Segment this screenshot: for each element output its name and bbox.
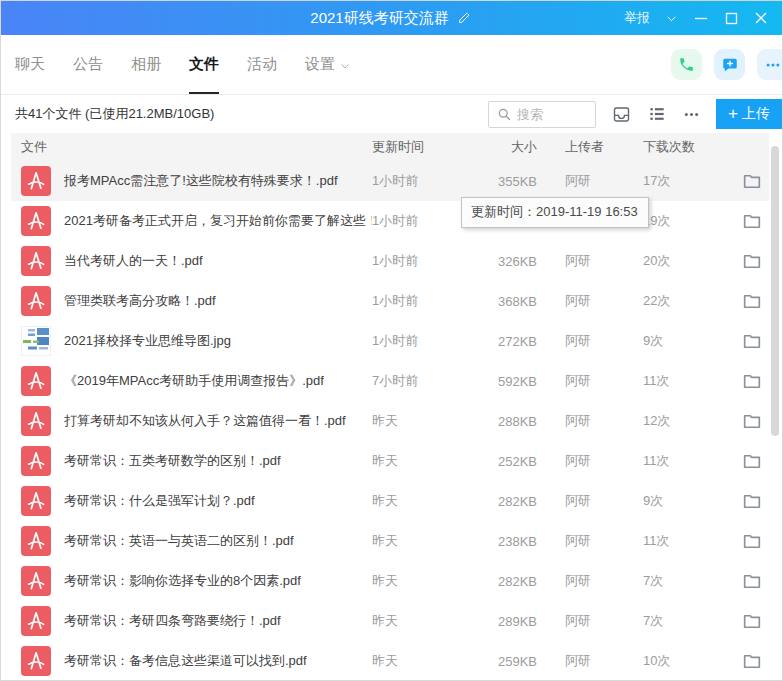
file-download-count: 11次 bbox=[643, 532, 735, 550]
tab-chat[interactable]: 聊天 bbox=[15, 35, 45, 94]
edit-group-name-icon[interactable] bbox=[455, 6, 473, 30]
file-name: 考研常识：考研四条弯路要绕行！.pdf bbox=[64, 612, 281, 630]
folder-icon[interactable] bbox=[735, 530, 769, 552]
maximize-button[interactable] bbox=[718, 6, 744, 30]
file-updated-time: 昨天 bbox=[372, 492, 487, 510]
table-row[interactable]: 考研常识：备考信息这些渠道可以找到.pdf 昨天 259KB 阿研 10次 bbox=[11, 641, 769, 681]
folder-icon[interactable] bbox=[735, 490, 769, 512]
group-file-manager-window: 2021研线考研交流群 举报 聊天 公告 相册 文件 活动 bbox=[0, 0, 783, 681]
file-name: 考研常识：什么是强军计划？.pdf bbox=[64, 492, 255, 510]
file-download-count: 11次 bbox=[643, 372, 735, 390]
table-row[interactable]: 2021择校择专业思维导图.jpg 1小时前 272KB 阿研 9次 bbox=[11, 321, 769, 361]
file-name: 报考MPAcc需注意了!这些院校有特殊要求！.pdf bbox=[64, 172, 338, 190]
table-row[interactable]: 考研常识：什么是强军计划？.pdf 昨天 282KB 阿研 9次 bbox=[11, 481, 769, 521]
tab-files[interactable]: 文件 bbox=[189, 35, 219, 94]
folder-icon[interactable] bbox=[735, 330, 769, 352]
file-uploader: 阿研 bbox=[565, 412, 643, 430]
more-options-icon[interactable] bbox=[682, 105, 701, 124]
column-header-downloads: 下载次数 bbox=[643, 138, 735, 156]
table-row[interactable]: 考研常识：五类考研数学的区别！.pdf 昨天 252KB 阿研 11次 bbox=[11, 441, 769, 481]
folder-icon[interactable] bbox=[735, 450, 769, 472]
pdf-file-icon bbox=[21, 526, 51, 556]
folder-icon[interactable] bbox=[735, 610, 769, 632]
table-row[interactable]: 考研常识：英语一与英语二的区别！.pdf 昨天 238KB 阿研 11次 bbox=[11, 521, 769, 561]
file-updated-time: 1小时前 bbox=[372, 252, 487, 270]
file-uploader: 阿研 bbox=[565, 532, 643, 550]
table-row[interactable]: 《2019年MPAcc考研助手使用调查报告》.pdf 7小时前 592KB 阿研… bbox=[11, 361, 769, 401]
file-uploader: 阿研 bbox=[565, 452, 643, 470]
report-link[interactable]: 举报 bbox=[620, 9, 654, 27]
folder-icon[interactable] bbox=[735, 290, 769, 312]
table-row[interactable]: 打算考研却不知该从何入手？这篇值得一看！.pdf 昨天 288KB 阿研 12次 bbox=[11, 401, 769, 441]
upload-button[interactable]: + 上传 bbox=[716, 99, 782, 129]
file-uploader: 阿研 bbox=[565, 292, 643, 310]
file-size: 252KB bbox=[487, 454, 537, 469]
scrollbar-thumb[interactable] bbox=[771, 146, 779, 436]
file-name: 打算考研却不知该从何入手？这篇值得一看！.pdf bbox=[64, 412, 346, 430]
pdf-file-icon bbox=[21, 366, 51, 396]
file-download-count: 20次 bbox=[643, 252, 735, 270]
tab-album[interactable]: 相册 bbox=[131, 35, 161, 94]
folder-icon[interactable] bbox=[735, 250, 769, 272]
folder-icon[interactable] bbox=[735, 370, 769, 392]
file-toolbar: 共41个文件 (已使用21.2MB/10GB) + 上传 bbox=[1, 95, 782, 133]
file-size: 238KB bbox=[487, 534, 537, 549]
pdf-file-icon bbox=[21, 606, 51, 636]
column-header-file: 文件 bbox=[11, 138, 372, 156]
table-row[interactable]: 当代考研人的一天！.pdf 1小时前 326KB 阿研 20次 bbox=[11, 241, 769, 281]
more-actions-icon[interactable] bbox=[757, 49, 783, 80]
file-updated-time: 昨天 bbox=[372, 452, 487, 470]
close-button[interactable] bbox=[748, 6, 774, 30]
file-uploader: 阿研 bbox=[565, 652, 643, 670]
search-box[interactable] bbox=[488, 101, 596, 128]
file-uploader: 阿研 bbox=[565, 252, 643, 270]
file-download-count: 11次 bbox=[643, 452, 735, 470]
file-size: 289KB bbox=[487, 614, 537, 629]
folder-icon[interactable] bbox=[735, 170, 769, 192]
file-updated-time: 昨天 bbox=[372, 532, 487, 550]
minimize-button[interactable] bbox=[688, 6, 714, 30]
list-view-icon[interactable] bbox=[647, 104, 667, 124]
file-download-count: 10次 bbox=[643, 652, 735, 670]
file-size: 355KB bbox=[487, 174, 537, 189]
table-row[interactable]: 2021考研备考正式开启，复习开始前你需要了解这些！.... 1小时前 356K… bbox=[11, 201, 769, 241]
file-size: 326KB bbox=[487, 254, 537, 269]
new-message-icon[interactable] bbox=[714, 49, 745, 80]
table-row[interactable]: 考研常识：考研四条弯路要绕行！.pdf 昨天 289KB 阿研 7次 bbox=[11, 601, 769, 641]
plus-icon: + bbox=[728, 105, 738, 122]
file-updated-time: 1小时前 bbox=[372, 292, 487, 310]
tab-activity[interactable]: 活动 bbox=[247, 35, 277, 94]
folder-icon[interactable] bbox=[735, 210, 769, 232]
file-name: 考研常识：五类考研数学的区别！.pdf bbox=[64, 452, 281, 470]
chevron-down-icon[interactable] bbox=[658, 6, 684, 30]
folder-icon[interactable] bbox=[735, 570, 769, 592]
file-count-summary: 共41个文件 (已使用21.2MB/10GB) bbox=[15, 105, 214, 123]
file-download-count: 9次 bbox=[643, 332, 735, 350]
file-size: 288KB bbox=[487, 414, 537, 429]
file-download-count: 17次 bbox=[643, 172, 735, 190]
tab-settings[interactable]: 设置 bbox=[305, 35, 351, 94]
table-row[interactable]: 管理类联考高分攻略！.pdf 1小时前 368KB 阿研 22次 bbox=[11, 281, 769, 321]
file-updated-time: 昨天 bbox=[372, 652, 487, 670]
file-download-count: 12次 bbox=[643, 412, 735, 430]
folder-icon[interactable] bbox=[735, 410, 769, 432]
download-manager-icon[interactable] bbox=[611, 104, 632, 125]
file-name: 考研常识：备考信息这些渠道可以找到.pdf bbox=[64, 652, 307, 670]
update-time-tooltip: 更新时间：2019-11-19 16:53 bbox=[461, 197, 649, 228]
table-row[interactable]: 报考MPAcc需注意了!这些院校有特殊要求！.pdf 1小时前 355KB 阿研… bbox=[11, 161, 769, 201]
pdf-file-icon bbox=[21, 206, 51, 236]
file-name: 考研常识：英语一与英语二的区别！.pdf bbox=[64, 532, 294, 550]
tab-announcement[interactable]: 公告 bbox=[73, 35, 103, 94]
window-title: 2021研线考研交流群 bbox=[310, 9, 448, 28]
file-name: 管理类联考高分攻略！.pdf bbox=[64, 292, 216, 310]
file-uploader: 阿研 bbox=[565, 492, 643, 510]
folder-icon[interactable] bbox=[735, 650, 769, 672]
table-header: 文件 更新时间 大小 上传者 下载次数 bbox=[11, 133, 769, 161]
group-tabs-bar: 聊天 公告 相册 文件 活动 设置 bbox=[1, 35, 782, 95]
table-row[interactable]: 考研常识：影响你选择专业的8个因素.pdf 昨天 282KB 阿研 7次 bbox=[11, 561, 769, 601]
search-input[interactable] bbox=[517, 107, 587, 122]
voice-call-icon[interactable] bbox=[671, 49, 702, 80]
pdf-file-icon bbox=[21, 246, 51, 276]
file-updated-time: 1小时前 bbox=[372, 172, 487, 190]
file-download-count: 7次 bbox=[643, 572, 735, 590]
